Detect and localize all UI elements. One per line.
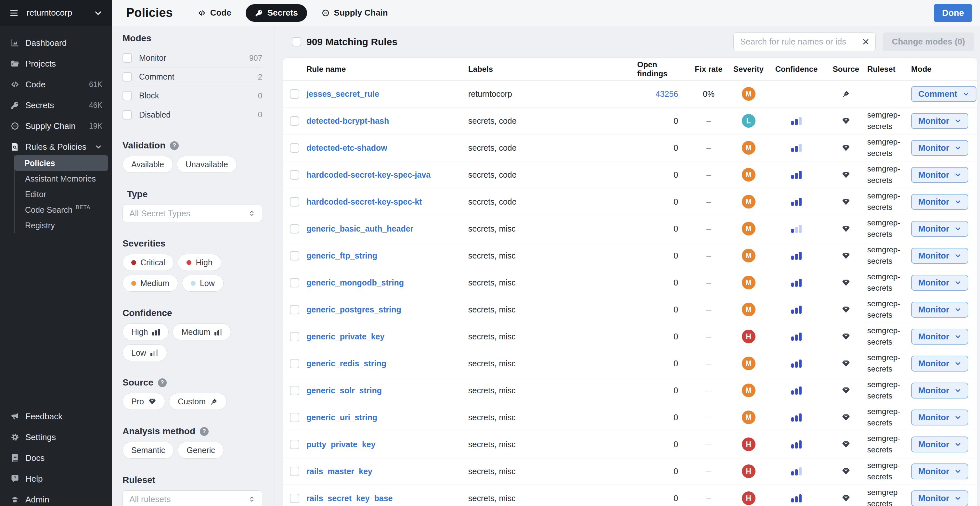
- severity-pill-critical[interactable]: Critical: [123, 254, 174, 271]
- mode-filter-block[interactable]: Block0: [123, 86, 262, 105]
- row-checkbox[interactable]: [290, 413, 299, 422]
- validation-pill-available[interactable]: Available: [123, 156, 173, 173]
- row-checkbox[interactable]: [290, 116, 299, 126]
- confidence-pill-high[interactable]: High: [123, 324, 169, 340]
- sidebar-item-supply-chain[interactable]: Supply Chain19K: [0, 116, 112, 136]
- mode-dropdown[interactable]: Monitor: [911, 409, 968, 425]
- rule-name-link[interactable]: generic_basic_auth_header: [306, 224, 413, 233]
- done-button[interactable]: Done: [934, 4, 972, 22]
- mode-dropdown[interactable]: Monitor: [911, 302, 968, 318]
- row-checkbox[interactable]: [290, 494, 299, 503]
- rule-name-link[interactable]: jesses_secret_rule: [306, 89, 379, 99]
- source-pill-pro[interactable]: Pro: [123, 393, 165, 410]
- confidence-pill-medium[interactable]: Medium: [173, 324, 231, 340]
- row-checkbox[interactable]: [290, 251, 299, 260]
- analysis-pill-generic[interactable]: Generic: [178, 442, 224, 458]
- mode-checkbox[interactable]: [123, 53, 132, 63]
- sidebar-item-docs[interactable]: Docs: [0, 447, 112, 468]
- sidebar-subitem-assistant-memories[interactable]: Assistant Memories: [15, 171, 108, 186]
- mode-dropdown[interactable]: Monitor: [911, 275, 968, 291]
- mode-dropdown[interactable]: Monitor: [911, 140, 968, 156]
- severity-pill-medium[interactable]: Medium: [123, 275, 178, 292]
- mode-dropdown[interactable]: Monitor: [911, 463, 968, 479]
- org-switcher[interactable]: returntocorp: [0, 0, 112, 26]
- source-pill-custom[interactable]: Custom: [169, 393, 227, 410]
- severity-pill-high[interactable]: High: [178, 254, 221, 271]
- rule-name-link[interactable]: generic_ftp_string: [306, 251, 377, 260]
- rule-name-link[interactable]: detected-bcrypt-hash: [306, 116, 389, 126]
- confidence-pill-low[interactable]: Low: [123, 344, 167, 361]
- sidebar-item-admin[interactable]: Admin: [0, 489, 112, 506]
- mode-dropdown[interactable]: Monitor: [911, 113, 968, 129]
- mode-filter-comment[interactable]: Comment2: [123, 68, 262, 86]
- mode-dropdown[interactable]: Monitor: [911, 382, 968, 398]
- rule-name-link[interactable]: hardcoded-secret-key-spec-java: [306, 170, 431, 179]
- tab-secrets[interactable]: Secrets: [246, 4, 307, 22]
- row-checkbox[interactable]: [290, 467, 299, 476]
- clear-search-icon[interactable]: [861, 37, 870, 46]
- sidebar-item-code[interactable]: Code61K: [0, 74, 112, 95]
- rule-name-link[interactable]: rails_master_key: [306, 467, 372, 476]
- tab-supply-chain[interactable]: Supply Chain: [321, 8, 388, 18]
- open-findings-link[interactable]: 43256: [655, 89, 678, 99]
- rule-name-link[interactable]: hardcoded-secret-key-spec-kt: [306, 197, 422, 206]
- row-checkbox[interactable]: [290, 143, 299, 153]
- sidebar-item-settings[interactable]: Settings: [0, 427, 112, 447]
- row-checkbox[interactable]: [290, 278, 299, 287]
- hamburger-menu-icon[interactable]: [9, 8, 19, 18]
- help-icon[interactable]: ?: [200, 427, 208, 436]
- mode-dropdown[interactable]: Comment: [911, 86, 977, 102]
- mode-filter-monitor[interactable]: Monitor907: [123, 49, 262, 68]
- row-checkbox[interactable]: [290, 386, 299, 395]
- rule-name-link[interactable]: detected-etc-shadow: [306, 143, 387, 153]
- sidebar-subitem-code-search[interactable]: Code SearchBETA: [15, 202, 108, 217]
- row-checkbox[interactable]: [290, 224, 299, 233]
- row-checkbox[interactable]: [290, 440, 299, 449]
- row-checkbox[interactable]: [290, 332, 299, 341]
- sidebar-item-dashboard[interactable]: Dashboard: [0, 32, 112, 53]
- severity-pill-low[interactable]: Low: [182, 275, 224, 292]
- rule-name-link[interactable]: generic_redis_string: [306, 359, 387, 368]
- help-icon[interactable]: ?: [158, 378, 167, 387]
- mode-dropdown[interactable]: Monitor: [911, 248, 968, 264]
- sidebar-subitem-editor[interactable]: Editor: [15, 186, 108, 202]
- mode-dropdown[interactable]: Monitor: [911, 167, 968, 183]
- sidebar-item-secrets[interactable]: Secrets46K: [0, 95, 112, 116]
- rule-name-link[interactable]: putty_private_key: [306, 440, 375, 449]
- row-checkbox[interactable]: [290, 305, 299, 314]
- mode-checkbox[interactable]: [123, 110, 132, 119]
- analysis-pill-semantic[interactable]: Semantic: [123, 442, 174, 458]
- secret-type-select[interactable]: All Secret Types: [123, 205, 262, 222]
- mode-dropdown[interactable]: Monitor: [911, 221, 968, 237]
- rule-name-link[interactable]: generic_postgres_string: [306, 305, 401, 314]
- row-checkbox[interactable]: [290, 197, 299, 206]
- mode-checkbox[interactable]: [123, 72, 132, 81]
- mode-filter-disabled[interactable]: Disabled0: [123, 105, 262, 124]
- tab-code[interactable]: Code: [197, 8, 231, 18]
- help-icon[interactable]: ?: [170, 141, 179, 150]
- sidebar-item-projects[interactable]: Projects: [0, 53, 112, 74]
- validation-pill-unavailable[interactable]: Unavailable: [177, 156, 237, 173]
- change-modes-button[interactable]: Change modes (0): [883, 32, 974, 51]
- rule-name-link[interactable]: generic_solr_string: [306, 386, 382, 395]
- rule-name-link[interactable]: generic_private_key: [306, 332, 384, 341]
- mode-dropdown[interactable]: Monitor: [911, 490, 968, 506]
- sidebar-subitem-registry[interactable]: Registry: [15, 217, 108, 233]
- sidebar-item-rules-policies[interactable]: Rules & Policies: [0, 136, 112, 157]
- mode-checkbox[interactable]: [123, 91, 132, 100]
- rule-name-link[interactable]: rails_secret_key_base: [306, 494, 393, 503]
- ruleset-select[interactable]: All rulesets: [123, 490, 262, 506]
- sidebar-item-feedback[interactable]: Feedback: [0, 406, 112, 427]
- mode-dropdown[interactable]: Monitor: [911, 355, 968, 371]
- mode-dropdown[interactable]: Monitor: [911, 436, 968, 452]
- sidebar-item-help[interactable]: ?Help: [0, 468, 112, 489]
- select-all-checkbox[interactable]: [292, 37, 301, 46]
- mode-dropdown[interactable]: Monitor: [911, 194, 968, 210]
- rule-name-link[interactable]: generic_uri_string: [306, 413, 377, 422]
- row-checkbox[interactable]: [290, 359, 299, 368]
- row-checkbox[interactable]: [290, 89, 299, 99]
- sidebar-subitem-policies[interactable]: Policies: [14, 155, 108, 171]
- search-input[interactable]: [740, 37, 861, 47]
- row-checkbox[interactable]: [290, 170, 299, 179]
- mode-dropdown[interactable]: Monitor: [911, 329, 968, 344]
